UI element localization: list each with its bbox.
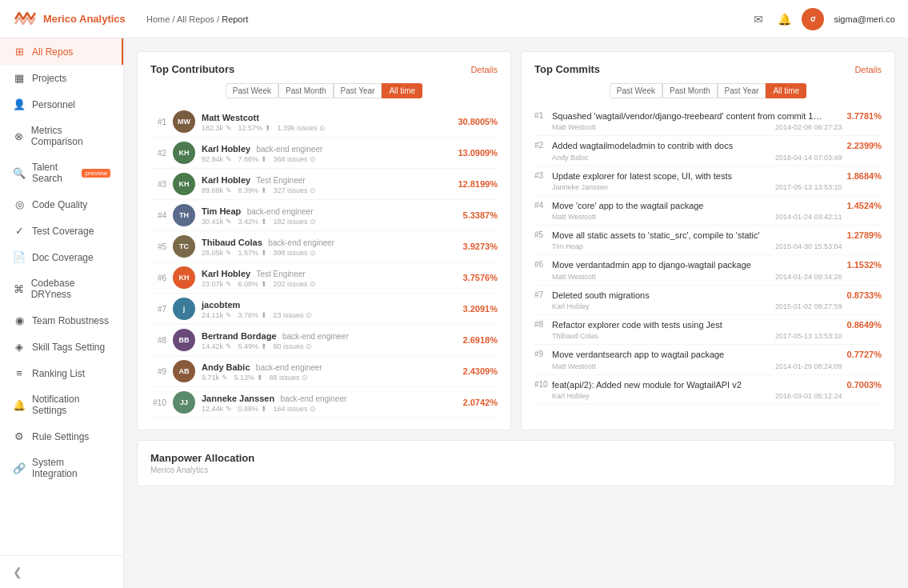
contributor-row[interactable]: #7 j jacobtem 24.11k ✎ 3.76% ⬆ 23 issues…: [150, 294, 498, 325]
sidebar-item-doc-coverage[interactable]: 📄 Doc Coverage: [0, 244, 123, 270]
commits-filter-past-week[interactable]: Past Week: [610, 83, 662, 98]
sidebar-item-system[interactable]: 🔗 System Integration: [0, 450, 123, 486]
commit-row[interactable]: #2 Added wagtailmodeladmin to contrib wi…: [534, 136, 882, 166]
sidebar-item-projects[interactable]: ▦ Projects: [0, 65, 123, 91]
filter-all-time[interactable]: All time: [382, 83, 422, 98]
commit-date: 2015-01-02 09:27:59: [775, 302, 842, 310]
bell-icon[interactable]: 🔔: [776, 11, 792, 27]
commit-date: 2017-05-13 13:53:10: [775, 332, 842, 340]
contributor-row[interactable]: #4 TH Tim Heap back-end engineer 30.41k …: [150, 200, 498, 231]
commits-filter-past-year[interactable]: Past Year: [718, 83, 766, 98]
contributor-row[interactable]: #5 TC Thibaud Colas back-end engineer 26…: [150, 231, 498, 262]
breadcrumb-all-repos[interactable]: All Repos: [177, 14, 214, 24]
contributor-row[interactable]: #8 BB Bertrand Bordage back-end engineer…: [150, 325, 498, 356]
sidebar-item-metrics[interactable]: ⊗ Metrics Comparison: [0, 118, 123, 154]
contrib-avatar: KH: [173, 142, 195, 164]
metrics-icon: ⊗: [13, 130, 25, 142]
contrib-avatar: TH: [173, 204, 195, 226]
commit-row[interactable]: #5 Move all static assets to 'static_src…: [534, 226, 882, 255]
manpower-card: Manpower Allocation Merico Analytics: [137, 440, 895, 486]
commit-row[interactable]: #7 Deleted south migrations Karl Hobley …: [534, 286, 882, 315]
commit-meta: Matt Westcott 2014-01-24 09:34:26: [552, 273, 842, 281]
commit-row[interactable]: #6 Move verdantadmin app to django-wagta…: [534, 255, 882, 285]
projects-icon: ▦: [13, 72, 26, 84]
commit-info: Move verdantadmin app to django-wagtail …: [552, 259, 842, 280]
codebase-icon: ⌘: [13, 283, 25, 295]
ranking-icon: ≡: [13, 367, 26, 379]
sidebar-item-code-quality[interactable]: ◎ Code Quality: [0, 191, 123, 218]
sidebar-label-rule-settings: Rule Settings: [32, 431, 89, 442]
sidebar-item-personnel[interactable]: 👤 Personnel: [0, 91, 123, 118]
contributors-details-link[interactable]: Details: [470, 65, 498, 74]
commit-rank: #1: [534, 110, 547, 120]
filter-past-year[interactable]: Past Year: [334, 83, 382, 98]
commit-row[interactable]: #3 Update explorer for latest scope, UI,…: [534, 166, 882, 196]
filter-past-month[interactable]: Past Month: [278, 83, 334, 98]
commit-message: Move verdantsearch app to wagtail packag…: [552, 349, 824, 360]
contrib-stats: 23.07k ✎ 6.08% ⬆ 202 issues ⊙: [202, 280, 457, 288]
sidebar-item-all-repos[interactable]: ⊞ All Repos: [0, 38, 123, 65]
mail-icon[interactable]: ✉: [750, 11, 766, 27]
contrib-commits: 9.71k ✎: [202, 374, 228, 382]
contributor-row[interactable]: #1 MW Matt Westcott 182.3k ✎ 12.57% ⬆ 1.…: [150, 106, 498, 138]
commit-info: Deleted south migrations Karl Hobley 201…: [552, 290, 842, 310]
sidebar-item-test-coverage[interactable]: ✓ Test Coverage: [0, 218, 123, 244]
contrib-score: 2.6918%: [463, 335, 498, 345]
sidebar-item-codebase[interactable]: ⌘ Codebase DRYness: [0, 270, 123, 307]
contributor-row[interactable]: #2 KH Karl Hobley back-end engineer 92.9…: [150, 138, 498, 169]
commit-row[interactable]: #10 feat(api/2): Added new module for Wa…: [534, 375, 882, 405]
sidebar-item-team-robust[interactable]: ◉ Team Robustness: [0, 307, 123, 334]
commits-filter-all-time[interactable]: All time: [766, 83, 806, 98]
contrib-pct-commits: 6.08% ⬆: [238, 280, 267, 288]
sidebar-label-skill-tags: Skill Tags Setting: [32, 342, 105, 353]
commit-meta: Andy Babic 2016-04-14 07:03:49: [552, 154, 842, 162]
sidebar-label-all-repos: All Repos: [32, 46, 73, 58]
contrib-avatar: AB: [173, 360, 195, 382]
filter-past-week[interactable]: Past Week: [226, 83, 278, 98]
contributor-row[interactable]: #10 JJ Janneke Janssen back-end engineer…: [150, 387, 498, 418]
contrib-info: Karl Hobley Test Engineer 89.68k ✎ 8.39%…: [202, 174, 451, 194]
commits-time-filter: Past Week Past Month Past Year All time: [534, 83, 882, 98]
contributor-row[interactable]: #6 KH Karl Hobley Test Engineer 23.07k ✎…: [150, 262, 498, 294]
contrib-info: Karl Hobley back-end engineer 92.94k ✎ 7…: [202, 143, 451, 163]
commit-row[interactable]: #4 Move 'core' app to the wagtail packag…: [534, 196, 882, 226]
commits-filter-past-month[interactable]: Past Month: [662, 83, 718, 98]
sidebar-item-skill-tags[interactable]: ◈ Skill Tags Setting: [0, 334, 123, 360]
sidebar-label-projects: Projects: [32, 73, 66, 84]
commit-score: 0.8733%: [847, 290, 882, 300]
contrib-role: back-end engineer: [256, 363, 322, 372]
sidebar-item-rule-settings[interactable]: ⚙ Rule Settings: [0, 423, 123, 450]
contrib-role: back-end engineer: [280, 394, 346, 403]
logo-text: Merico Analytics: [43, 13, 126, 25]
notifications-icon: 🔔: [13, 399, 26, 411]
breadcrumb-home[interactable]: Home: [146, 14, 170, 24]
contributor-row[interactable]: #9 AB Andy Babic back-end engineer 9.71k…: [150, 356, 498, 387]
sidebar-item-notifications[interactable]: 🔔 Notification Settings: [0, 386, 123, 423]
commits-list: #1 Squashed 'wagtail/vendor/django-treeb…: [534, 106, 882, 405]
contributor-row[interactable]: #3 KH Karl Hobley Test Engineer 89.68k ✎…: [150, 169, 498, 200]
collapse-button[interactable]: ❮: [13, 566, 22, 578]
contrib-role: back-end engineer: [268, 238, 334, 247]
commit-row[interactable]: #9 Move verdantsearch app to wagtail pac…: [534, 345, 882, 374]
contrib-stats: 92.94k ✎ 7.86% ⬆ 368 issues ⊙: [202, 155, 451, 163]
contrib-stats: 9.71k ✎ 5.13% ⬆ 88 issues ⊙: [202, 374, 457, 382]
commit-row[interactable]: #1 Squashed 'wagtail/vendor/django-treeb…: [534, 106, 882, 136]
commit-meta: Matt Westcott 2014-01-29 08:24:09: [552, 362, 842, 370]
contrib-rank: #1: [150, 118, 166, 126]
top-row: Top Contributors Details Past Week Past …: [137, 51, 895, 430]
talent-icon: 🔍: [13, 167, 26, 179]
commits-header: Top Commits Details: [534, 63, 882, 75]
contrib-score: 2.4309%: [463, 366, 498, 376]
contrib-score: 2.0742%: [463, 398, 498, 407]
contrib-issues: 327 issues ⊙: [274, 186, 317, 194]
contrib-issues: 1.39k issues ⊙: [278, 124, 326, 132]
top-commits-card: Top Commits Details Past Week Past Month…: [521, 51, 895, 430]
sidebar-item-ranking[interactable]: ≡ Ranking List: [0, 360, 123, 386]
commit-meta: Thibaud Colas 2017-05-13 13:53:10: [552, 332, 842, 340]
commit-row[interactable]: #8 Refactor explorer code with tests usi…: [534, 315, 882, 345]
commit-message: Deleted south migrations: [552, 290, 824, 301]
commits-details-link[interactable]: Details: [854, 65, 882, 74]
contrib-stats: 26.05k ✎ 1.57% ⬆ 398 issues ⊙: [202, 249, 457, 257]
sidebar-item-talent[interactable]: 🔍 Talent Search preview: [0, 154, 123, 191]
contrib-info: Matt Westcott 182.3k ✎ 12.57% ⬆ 1.39k is…: [202, 112, 451, 132]
